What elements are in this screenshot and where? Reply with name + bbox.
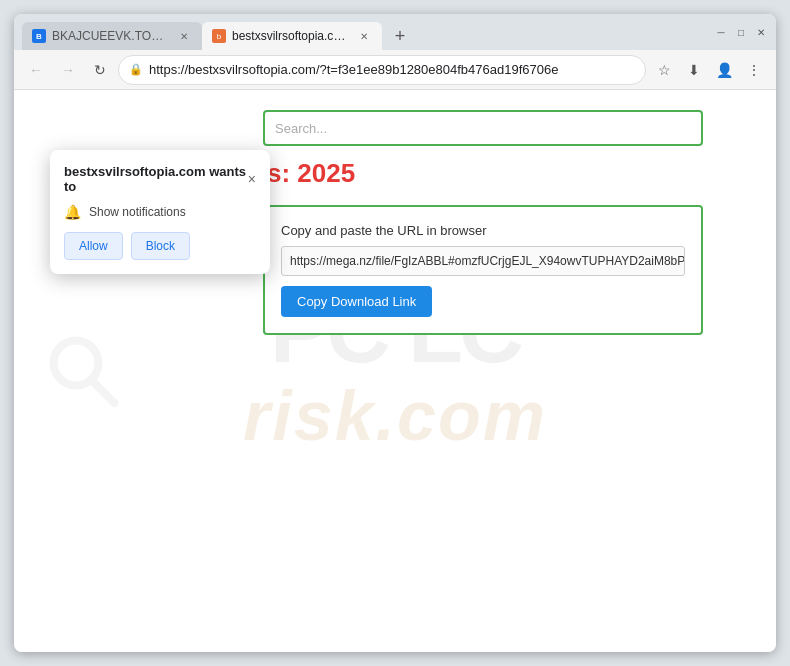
address-bar[interactable]: 🔒 https://bestxsvilrsoftopia.com/?t=f3e1… (118, 55, 646, 85)
tab-close-bkaj[interactable]: ✕ (176, 28, 192, 44)
tab-close-best[interactable]: ✕ (356, 28, 372, 44)
lock-icon: 🔒 (129, 63, 143, 76)
tabs-area: B BKAJCUEEVK.TOP: Crypto Casin... ✕ b be… (22, 14, 706, 50)
back-button[interactable]: ← (22, 56, 50, 84)
watermark-risk: risk.com (243, 376, 547, 456)
new-tab-button[interactable]: + (386, 22, 414, 50)
bookmark-button[interactable]: ☆ (650, 56, 678, 84)
browser-window: B BKAJCUEEVK.TOP: Crypto Casin... ✕ b be… (14, 14, 776, 652)
close-button[interactable]: ✕ (754, 25, 768, 39)
tab-best[interactable]: b bestxsvilrsoftopia.com/?t=f3e1... ✕ (202, 22, 382, 50)
url-input[interactable]: https://mega.nz/file/FgIzABBL#omzfUCrjgE… (281, 246, 685, 276)
search-bar: Search... (263, 110, 703, 146)
menu-button[interactable]: ⋮ (740, 56, 768, 84)
notification-popup: bestxsvilrsoftopia.com wants to × 🔔 Show… (50, 150, 270, 274)
content-box: Search... s: 2025 Copy and paste the URL… (263, 110, 703, 335)
tab-favicon-best: b (212, 29, 226, 43)
address-text: https://bestxsvilrsoftopia.com/?t=f3e1ee… (149, 62, 635, 77)
svg-line-1 (92, 381, 114, 403)
maximize-button[interactable]: □ (734, 25, 748, 39)
allow-button[interactable]: Allow (64, 232, 123, 260)
download-button[interactable]: ⬇ (680, 56, 708, 84)
tab-label-bkaj: BKAJCUEEVK.TOP: Crypto Casin... (52, 29, 170, 43)
page-content: PC LC risk.com Search... s: 2025 Copy an… (14, 90, 776, 652)
title-bar: B BKAJCUEEVK.TOP: Crypto Casin... ✕ b be… (14, 14, 776, 50)
notif-header: bestxsvilrsoftopia.com wants to × (64, 164, 256, 194)
svg-point-0 (54, 341, 99, 386)
minimize-button[interactable]: ─ (714, 25, 728, 39)
nav-bar: ← → ↻ 🔒 https://bestxsvilrsoftopia.com/?… (14, 50, 776, 90)
block-button[interactable]: Block (131, 232, 190, 260)
bell-icon: 🔔 (64, 204, 81, 220)
notif-actions: Allow Block (64, 232, 256, 260)
search-placeholder: Search... (275, 121, 327, 136)
notif-title: bestxsvilrsoftopia.com wants to (64, 164, 248, 194)
tab-bkaj[interactable]: B BKAJCUEEVK.TOP: Crypto Casin... ✕ (22, 22, 202, 50)
notif-close-button[interactable]: × (248, 172, 256, 186)
window-controls: ─ □ ✕ (714, 25, 768, 39)
nav-actions: ☆ ⬇ 👤 ⋮ (650, 56, 768, 84)
download-box-label: Copy and paste the URL in browser (281, 223, 685, 238)
tab-favicon-bkaj: B (32, 29, 46, 43)
tab-label-best: bestxsvilrsoftopia.com/?t=f3e1... (232, 29, 350, 43)
notif-row: 🔔 Show notifications (64, 204, 256, 220)
year-heading: s: 2025 (263, 158, 703, 189)
magnifier-watermark (44, 331, 124, 411)
copy-download-link-button[interactable]: Copy Download Link (281, 286, 432, 317)
notif-text: Show notifications (89, 205, 186, 219)
download-box: Copy and paste the URL in browser https:… (263, 205, 703, 335)
forward-button[interactable]: → (54, 56, 82, 84)
profile-button[interactable]: 👤 (710, 56, 738, 84)
refresh-button[interactable]: ↻ (86, 56, 114, 84)
